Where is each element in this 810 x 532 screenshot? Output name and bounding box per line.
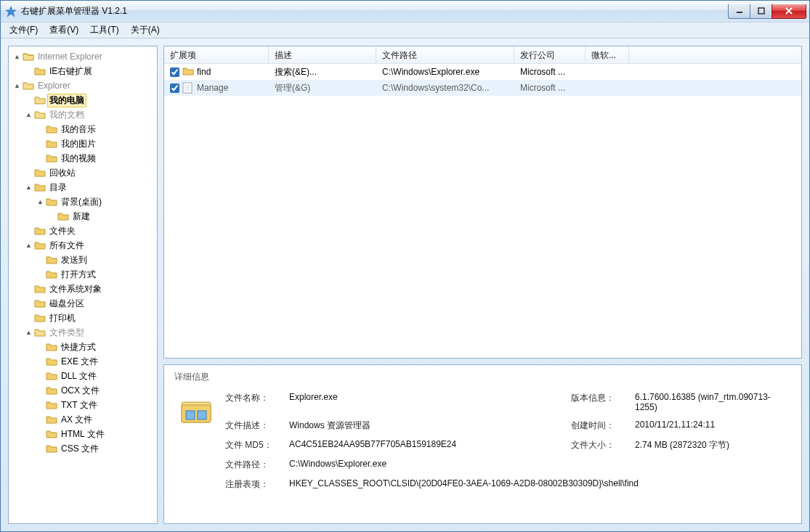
tree-all-files[interactable]: ▲所有文件 [23,238,155,253]
tree-ft-exe[interactable]: EXE 文件 [35,354,155,369]
col-company[interactable]: 发行公司 [514,46,586,63]
right-panel: 扩展项 描述 文件路径 发行公司 微软... find搜索(&E)...C:\W… [163,46,802,524]
menu-about[interactable]: 关于(A) [125,22,166,38]
maximize-button[interactable] [750,4,771,19]
menu-tools[interactable]: 工具(T) [84,22,124,38]
tree-label: HTML 文件 [59,427,107,441]
tree-label: 打开方式 [59,268,98,282]
detail-title: 详细信息 [174,371,791,383]
tree-my-pics[interactable]: 我的图片 [35,136,155,151]
tree-label: 文件类型 [47,326,86,340]
collapse-icon[interactable]: ▲ [13,53,21,61]
val-version: 6.1.7600.16385 (win7_rtm.090713-1255) [635,392,787,412]
tree-my-videos[interactable]: 我的视频 [35,151,155,165]
collapse-icon[interactable]: ▲ [25,184,33,192]
row-path: C:\Windows\system32\Co... [376,83,514,93]
tree-my-music[interactable]: 我的音乐 [35,122,155,136]
folder-icon [182,66,194,78]
tree-my-docs[interactable]: ▲我的文档 [23,107,155,122]
lbl-filepath: 文件路径： [225,459,283,471]
tree-directory[interactable]: ▲目录 [23,180,155,195]
lbl-version: 版本信息： [571,392,629,404]
lbl-md5: 文件 MD5： [225,439,283,451]
collapse-icon[interactable]: ▲ [13,82,21,90]
tree-label: AX 文件 [59,413,94,427]
collapse-icon[interactable]: ▲ [25,242,33,250]
tree-ft-shortcut[interactable]: 快捷方式 [35,340,155,354]
tree-printer[interactable]: 打印机 [23,311,155,325]
val-filename: Explorer.exe [289,392,565,402]
folder-icon [46,342,57,352]
tree-ft-ax[interactable]: AX 文件 [35,412,155,427]
tree-ft-css[interactable]: CSS 文件 [35,441,155,456]
tree-file-types[interactable]: ▲文件类型 [23,325,155,340]
app-window: 右键扩展菜单管理器 V1.2.1 文件(F) 查看(V) 工具(T) 关于(A)… [0,0,810,532]
svg-rect-11 [186,411,195,420]
tree-label: 我的视频 [59,152,98,165]
row-desc: 管理(&G) [269,82,376,94]
folder-open-icon [34,327,46,337]
tree-panel[interactable]: ▲ Internet Explorer IE右键扩展 ▲ Explorer [8,46,158,524]
tree-open-with[interactable]: 打开方式 [35,267,155,282]
tree-label: Internet Explorer [36,51,105,62]
tree-label: IE右键扩展 [47,65,94,78]
tree-ie-root[interactable]: ▲ Internet Explorer [12,49,155,64]
row-checkbox[interactable] [170,83,179,93]
col-ext[interactable]: 扩展项 [164,46,269,63]
titlebar[interactable]: 右键扩展菜单管理器 V1.2.1 [1,1,809,22]
table-row[interactable]: find搜索(&E)...C:\Windows\Explorer.exeMicr… [164,64,801,80]
tree-fs-objects[interactable]: 文件系统对象 [23,282,155,296]
tree-background[interactable]: ▲背景(桌面) [35,195,155,209]
collapse-icon[interactable]: ▲ [25,329,33,337]
tree-disk-part[interactable]: 磁盘分区 [23,296,155,311]
list-body[interactable]: find搜索(&E)...C:\Windows\Explorer.exeMicr… [164,64,801,358]
minimize-button[interactable] [728,4,750,19]
val-filepath: C:\Windows\Explorer.exe [289,459,787,469]
menu-file[interactable]: 文件(F) [4,22,44,38]
detail-grid: 文件名称： Explorer.exe 版本信息： 6.1.7600.16385 … [225,392,787,491]
client-area: ▲ Internet Explorer IE右键扩展 ▲ Explorer [1,38,809,531]
folder-icon [46,371,57,381]
row-checkbox[interactable] [170,67,179,77]
tree-my-computer[interactable]: 我的电脑 [23,93,155,107]
tree-ft-ocx[interactable]: OCX 文件 [35,383,155,398]
menubar: 文件(F) 查看(V) 工具(T) 关于(A) [1,22,809,38]
tree-label: TXT 文件 [59,398,100,412]
val-regkey: HKEY_CLASSES_ROOT\CLSID\{20D04FE0-3AEA-1… [289,478,787,488]
tree-label: DLL 文件 [59,369,99,383]
tree-new-item[interactable]: 新建 [46,209,155,224]
tree-label: 我的电脑 [47,94,86,107]
tree-label: 发送到 [59,253,89,267]
tree-ft-html[interactable]: HTML 文件 [35,427,155,441]
col-path[interactable]: 文件路径 [376,46,514,63]
folder-icon [34,226,46,236]
row-desc: 搜索(&E)... [269,66,376,78]
tree-label: 我的图片 [59,137,98,151]
val-md5: AC4C51EB24AA95B77F705AB159189E24 [289,439,565,449]
tree-label: 我的音乐 [59,123,98,136]
close-button[interactable] [771,4,806,19]
tree-ie-ext[interactable]: IE右键扩展 [23,64,155,78]
folder-open-icon [23,52,34,62]
folder-open-icon [34,110,46,120]
tree-folder[interactable]: 文件夹 [23,224,155,238]
collapse-icon[interactable]: ▲ [25,111,33,119]
tree-label: 磁盘分区 [47,297,86,311]
tree-ft-dll[interactable]: DLL 文件 [35,369,155,383]
collapse-icon[interactable]: ▲ [36,198,44,206]
tree-ft-txt[interactable]: TXT 文件 [35,398,155,412]
tree-explorer-root[interactable]: ▲ Explorer [12,78,155,93]
table-row[interactable]: Manage管理(&G)C:\Windows\system32\Co...Mic… [164,80,801,96]
tree-send-to[interactable]: 发送到 [35,253,155,267]
tree-label: 背景(桌面) [59,195,104,209]
lbl-regkey: 注册表项： [225,478,283,491]
app-icon [5,6,17,17]
col-ms[interactable]: 微软... [586,46,629,63]
folder-icon [46,443,57,454]
tree-recycle[interactable]: 回收站 [23,165,155,180]
tree-label: CSS 文件 [59,442,101,456]
col-desc[interactable]: 描述 [269,46,376,63]
row-name: find [197,67,211,77]
tree-label: 所有文件 [47,239,86,253]
menu-view[interactable]: 查看(V) [44,22,84,38]
